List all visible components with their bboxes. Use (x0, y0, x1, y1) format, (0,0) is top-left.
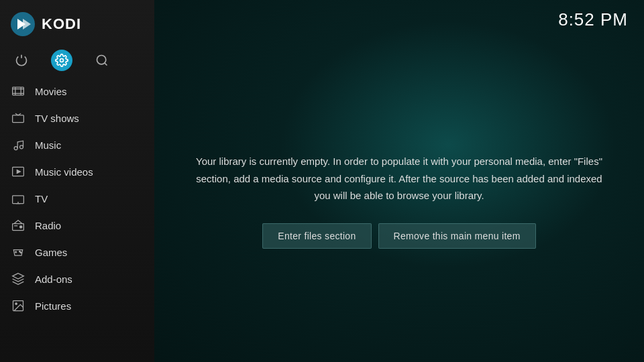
kodi-logo-icon (11, 12, 35, 36)
svg-point-3 (60, 59, 64, 62)
search-button[interactable] (91, 50, 113, 71)
music-icon (11, 137, 25, 152)
sidebar-item-addons[interactable]: Add-ons (0, 265, 154, 292)
svg-point-18 (15, 303, 17, 305)
svg-rect-7 (13, 115, 24, 123)
music-videos-icon (11, 164, 25, 179)
topbar: 8:52 PM (154, 0, 644, 40)
sidebar-header: KODI (0, 0, 154, 46)
sidebar-item-radio[interactable]: Radio (0, 212, 154, 239)
games-label: Games (35, 247, 67, 258)
movies-label: Movies (35, 86, 67, 97)
sidebar-item-tv-shows[interactable]: TV shows (0, 105, 154, 131)
tv-shows-icon (11, 111, 25, 125)
svg-point-15 (19, 251, 21, 252)
svg-point-9 (20, 145, 23, 149)
power-button[interactable] (11, 50, 32, 71)
svg-point-8 (14, 147, 17, 150)
games-icon (11, 245, 25, 259)
sidebar-item-music[interactable]: Music (0, 131, 154, 158)
addons-icon (11, 272, 25, 286)
action-buttons: Enter files section Remove this main men… (262, 223, 535, 249)
radio-label: Radio (35, 220, 61, 231)
sidebar-item-games[interactable]: Games (0, 239, 154, 265)
content-center: Your library is currently empty. In orde… (154, 40, 644, 362)
addons-label: Add-ons (35, 274, 72, 285)
main-content: 8:52 PM Your library is currently empty.… (154, 0, 644, 362)
music-label: Music (35, 139, 61, 151)
svg-marker-11 (17, 170, 20, 174)
sidebar-item-pictures[interactable]: Pictures (0, 292, 154, 319)
sidebar-item-music-videos[interactable]: Music videos (0, 158, 154, 185)
tv-shows-label: TV shows (35, 113, 79, 124)
pictures-label: Pictures (35, 300, 71, 312)
pictures-icon (11, 298, 25, 313)
music-videos-label: Music videos (35, 166, 93, 178)
svg-line-5 (105, 63, 107, 66)
sidebar: KODI (0, 0, 154, 362)
sidebar-item-movies[interactable]: Movies (0, 78, 154, 105)
svg-rect-6 (13, 87, 24, 95)
app-title: KODI (42, 15, 81, 33)
movies-icon (11, 84, 25, 99)
sidebar-nav: Movies TV shows Music (0, 78, 154, 362)
sidebar-item-tv[interactable]: TV (0, 185, 154, 212)
settings-button[interactable] (51, 50, 72, 71)
tv-icon (11, 191, 25, 206)
enter-files-button[interactable]: Enter files section (262, 223, 371, 249)
radio-icon (11, 218, 25, 233)
sidebar-icon-bar (0, 46, 154, 78)
library-empty-message: Your library is currently empty. In orde… (195, 153, 604, 204)
svg-point-14 (20, 226, 22, 228)
tv-label: TV (35, 193, 48, 204)
remove-menu-item-button[interactable]: Remove this main menu item (378, 223, 536, 249)
clock-display: 8:52 PM (558, 9, 628, 30)
svg-point-16 (20, 252, 21, 253)
svg-point-4 (97, 56, 106, 64)
